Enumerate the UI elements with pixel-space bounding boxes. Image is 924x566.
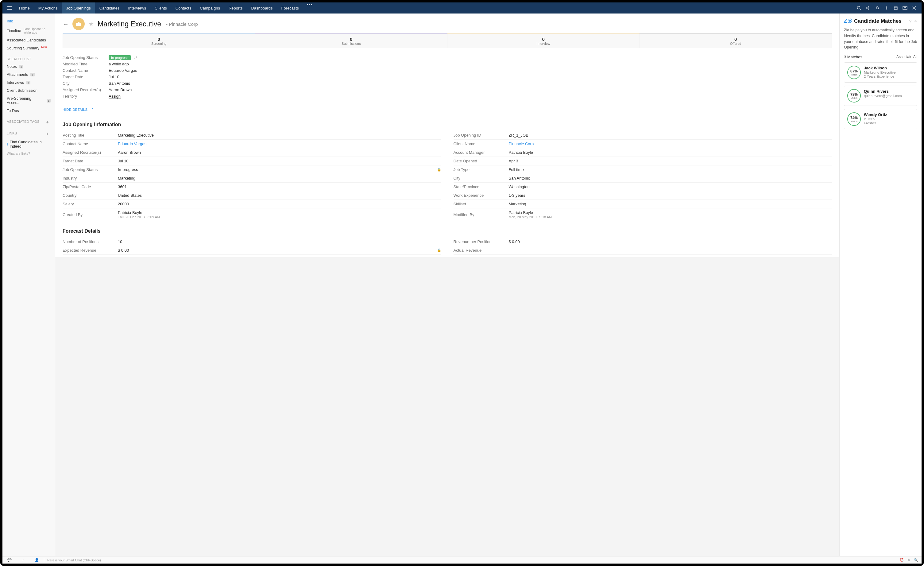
left-sidebar: Info Timeline Last Update : a while ago … <box>3 14 55 556</box>
sidebar-what-links[interactable]: What are links? <box>3 150 55 156</box>
help-icon[interactable]: ? <box>909 19 911 23</box>
right-panel-title: Candidate Matches <box>854 18 907 24</box>
star-icon[interactable]: ★ <box>88 20 94 28</box>
nav-more-icon[interactable]: ••• <box>303 3 317 14</box>
zoom-icon[interactable]: 🔍 <box>914 558 918 562</box>
nav-candidates[interactable]: Candidates <box>95 3 124 14</box>
info-row: Client NamePinnacle Corp <box>453 140 832 148</box>
sidebar-find-indeed-label: Find Candidates in Indeed <box>9 140 51 149</box>
info-label: Contact Name <box>63 141 118 146</box>
history-icon[interactable]: ↻ <box>908 558 910 562</box>
job-info-left-col: Posting TitleMarketing ExecutiveContact … <box>63 131 441 221</box>
info-row: State/ProvinceWashington <box>453 183 832 191</box>
info-row: Actual Revenue <box>453 246 832 255</box>
sidebar-interviews[interactable]: Interviews 1 <box>3 78 55 87</box>
associate-all-link[interactable]: Associate All <box>896 55 917 59</box>
sidebar-tags-label: ASSOCIATED TAGS <box>7 120 40 123</box>
close-icon[interactable]: ✕ <box>914 19 917 23</box>
search-icon[interactable] <box>856 6 861 11</box>
info-row: Created ByPatricia BoyleThu, 20 Dec 2018… <box>63 209 441 221</box>
hide-details-toggle[interactable]: HIDE DETAILS ⌃ <box>55 105 839 116</box>
match-pct: 87% <box>850 69 858 74</box>
sidebar-client-submission[interactable]: Client Submission <box>3 87 55 95</box>
sidebar-timeline[interactable]: Timeline Last Update : a while ago <box>3 25 55 36</box>
info-value[interactable]: Pinnacle Corp <box>509 141 832 146</box>
stage-count: 0 <box>447 36 639 42</box>
bottom-contacts-icon[interactable]: 👤 <box>30 558 44 562</box>
summary-value: Jul 10 <box>109 75 119 79</box>
sidebar-timeline-label: Timeline <box>7 29 21 33</box>
calendar-icon[interactable] <box>893 6 898 11</box>
menu-icon[interactable] <box>4 6 15 10</box>
forecast-left-col: Number of Positions10Expected Revenue$ 0… <box>63 237 441 255</box>
back-arrow-icon[interactable]: ← <box>63 21 69 28</box>
sidebar-links-label: LINKS <box>7 131 17 135</box>
sidebar-attachments[interactable]: Attachments 1 <box>3 71 55 78</box>
info-value: 1-3 years <box>509 193 832 198</box>
nav-my-actions[interactable]: My Actions <box>34 3 62 14</box>
sidebar-prescreening[interactable]: Pre-Screening Asses... 1 <box>3 95 55 107</box>
stage-offered[interactable]: 0Offered <box>640 33 832 48</box>
sidebar-associated-candidates[interactable]: Associated Candidates <box>3 36 55 44</box>
info-label: Job Type <box>453 167 509 172</box>
zia-logo-icon: Z⦾ <box>844 18 852 24</box>
nav-contacts[interactable]: Contacts <box>171 3 195 14</box>
match-card[interactable]: 87%MatchJack WilsonMarketing Executive2 … <box>844 62 917 83</box>
alarm-icon[interactable]: ⏰ <box>900 558 904 562</box>
candidate-matches-panel: Z⦾ Candidate Matches ? ✕ Zia helps you t… <box>839 14 921 556</box>
svg-point-0 <box>857 6 860 9</box>
match-name: Quinn Rivers <box>864 89 902 94</box>
info-value[interactable]: Eduardo Vargas <box>118 141 441 146</box>
nav-job-openings[interactable]: Job Openings <box>62 3 95 14</box>
sidebar-notes-label: Notes <box>7 65 17 69</box>
match-card[interactable]: 74%MatchWendy OrtizB.TechFresher <box>844 109 917 129</box>
top-navbar: Home My Actions Job Openings Candidates … <box>3 3 921 14</box>
sidebar-sourcing-summary[interactable]: Sourcing Summary New <box>3 44 55 52</box>
info-value: 20000 <box>118 202 441 206</box>
smart-chat-hint[interactable]: Here is your Smart Chat (Ctrl+Space) <box>44 558 104 562</box>
nav-clients[interactable]: Clients <box>150 3 171 14</box>
bell-icon[interactable] <box>875 6 880 11</box>
info-label: Job Opening Status <box>63 167 118 172</box>
bottom-channels-icon[interactable]: ⛬ <box>16 558 30 562</box>
stage-interview[interactable]: 0Interview <box>447 33 640 48</box>
mail-icon[interactable] <box>903 6 908 11</box>
info-label: Account Manager <box>453 150 509 155</box>
add-tag-icon[interactable]: + <box>46 120 49 125</box>
summary-value: a while ago <box>109 62 129 66</box>
stage-submissions[interactable]: 0Submissions <box>255 33 448 48</box>
info-label: Skillset <box>453 202 509 206</box>
job-info-right-col: Job Opening IDZR_1_JOBClient NamePinnacl… <box>453 131 832 221</box>
match-line: 2 Years Experience <box>864 75 896 78</box>
status-badge: In-progress <box>109 55 131 60</box>
sidebar-todos[interactable]: To-Dos <box>3 107 55 115</box>
sidebar-find-indeed[interactable]: i Find Candidates in Indeed <box>3 138 55 150</box>
match-card[interactable]: 78%MatchQuinn Riversquinn.rivers@gmail.c… <box>844 86 917 106</box>
bottom-chat-icon[interactable]: 💬 <box>3 558 16 562</box>
status-extra-icon[interactable]: ⇄ <box>134 55 138 60</box>
territory-assign-link[interactable]: Assign <box>109 94 121 99</box>
nav-reports[interactable]: Reports <box>224 3 247 14</box>
top-nav-items: Home My Actions Job Openings Candidates … <box>15 3 316 14</box>
info-value: Marketing Executive <box>118 133 441 138</box>
info-row: Account ManagerPatricia Boyle <box>453 148 832 157</box>
match-ring: 74%Match <box>847 113 861 126</box>
add-link-icon[interactable]: + <box>46 131 49 136</box>
svg-rect-6 <box>78 22 80 23</box>
sidebar-notes[interactable]: Notes 1 <box>3 63 55 71</box>
record-title: Marketing Executive <box>98 20 161 28</box>
nav-home[interactable]: Home <box>15 3 34 14</box>
nav-campaigns[interactable]: Campaigns <box>195 3 224 14</box>
stage-screening[interactable]: 0Screening <box>63 33 255 48</box>
nav-dashboards[interactable]: Dashboards <box>247 3 277 14</box>
sidebar-info[interactable]: Info <box>3 17 55 25</box>
match-line: Fresher <box>864 121 887 125</box>
announce-icon[interactable] <box>866 6 871 11</box>
nav-forecasts[interactable]: Forecasts <box>277 3 303 14</box>
plus-icon[interactable] <box>884 6 889 11</box>
tools-icon[interactable] <box>912 6 916 11</box>
info-value: $ 0.00 <box>118 248 437 252</box>
info-row: Target DateJul 10 <box>63 157 441 165</box>
lock-icon: 🔒 <box>437 168 441 171</box>
nav-interviews[interactable]: Interviews <box>124 3 151 14</box>
